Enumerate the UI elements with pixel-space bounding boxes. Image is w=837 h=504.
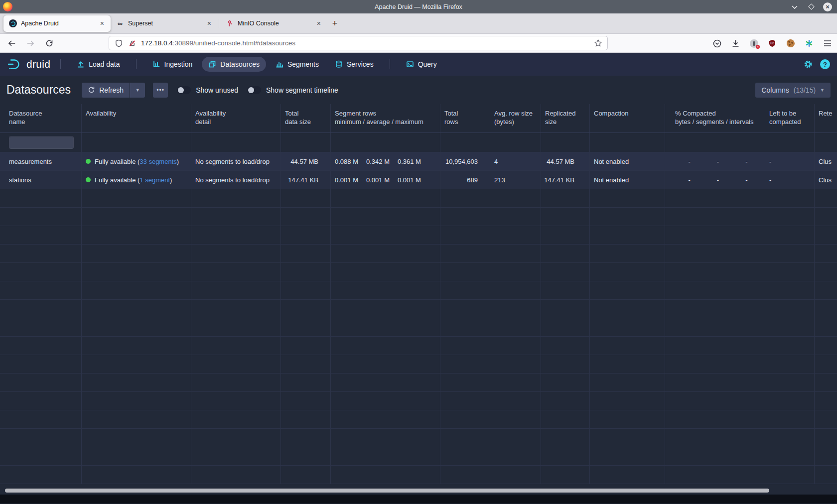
empty-cell [331,374,440,391]
horizontal-scrollbar[interactable] [5,489,769,493]
empty-cell [331,318,440,336]
hamburger-menu-icon[interactable] [823,39,832,48]
extension-disabled-icon[interactable]: × [749,39,758,48]
empty-cell [0,466,82,484]
empty-cell [665,189,765,207]
empty-cell [541,392,590,410]
show-segment-timeline-toggle[interactable] [247,86,261,94]
ublock-origin-icon[interactable]: UO [768,39,777,48]
nav-item-query[interactable]: Query [400,57,443,72]
nav-item-datasources[interactable]: Datasources [202,57,266,72]
downloads-icon[interactable] [731,39,740,48]
cell-compaction: Not enabled [590,152,665,170]
column-header-total-data-size[interactable]: Totaldata size [281,104,331,132]
nav-item-services[interactable]: Services [328,57,380,72]
insecure-lock-icon[interactable] [128,39,137,48]
empty-cell [281,410,331,428]
window-close-button[interactable]: × [823,2,832,11]
asterisk-extension-icon[interactable] [805,39,814,48]
empty-cell [331,466,440,484]
empty-cell [0,226,82,244]
cell-availability-detail: No segments to load/drop [191,152,281,170]
new-tab-button[interactable]: + [327,16,342,31]
empty-row [0,263,837,281]
nav-item-ingestion[interactable]: Ingestion [146,57,199,72]
empty-cell [191,226,281,244]
tab-minio-console[interactable]: MinIO Console × [220,15,327,32]
column-header-compaction[interactable]: Compaction [590,104,665,132]
empty-row [0,410,837,429]
bookmark-star-icon[interactable] [593,39,602,48]
window-maximize-button[interactable] [807,2,816,11]
window-minimize-button[interactable] [790,2,799,11]
empty-cell [281,466,331,484]
empty-cell [541,318,590,336]
refresh-dropdown-button[interactable]: ▼ [130,83,145,98]
cookie-extension-icon[interactable] [786,39,795,48]
empty-cell [281,337,331,355]
tab-superset[interactable]: ∞ Superset × [111,15,218,32]
empty-cell [541,447,590,465]
tab-close-icon[interactable]: × [99,19,106,27]
tab-apache-druid[interactable]: Apache Druid × [3,15,111,32]
column-header-retention[interactable]: Rete [815,104,837,132]
filter-cell [82,133,191,152]
more-actions-button[interactable]: ••• [153,83,168,98]
column-header-replicated-size[interactable]: Replicatedsize [541,104,590,132]
pocket-icon[interactable] [712,39,721,48]
empty-cell [541,300,590,318]
empty-cell [765,392,815,410]
tab-close-icon[interactable]: × [315,19,322,27]
nav-item-load-data[interactable]: Load data [70,57,126,72]
column-header-name[interactable]: Datasourcename [0,104,82,132]
refresh-button[interactable]: Refresh [82,83,130,98]
column-header-availability-detail[interactable]: Availabilitydetail [191,104,281,132]
empty-cell [440,281,490,299]
datasource-name-filter-input[interactable] [9,136,74,149]
url-bar[interactable]: 172.18.0.4:30899/unified-console.html#da… [109,36,608,50]
cell-total-data-size: 44.57 MB [281,152,331,170]
tab-close-icon[interactable]: × [206,19,213,27]
column-header-total-rows[interactable]: Totalrows [440,104,490,132]
druid-logo[interactable]: druid [7,58,50,71]
empty-cell [765,447,815,465]
nav-separator [60,59,61,69]
empty-cell [82,263,191,281]
tab-label: Superset [128,20,202,27]
column-header-availability[interactable]: Availability [82,104,191,132]
cell-segment-rows: 0.088 M0.342 M0.361 M [331,152,440,170]
empty-cell [490,355,541,373]
forward-button[interactable] [26,39,35,48]
availability-dot [86,159,91,164]
empty-cell [331,189,440,207]
filter-cell [815,133,837,152]
empty-cell [331,447,440,465]
columns-button[interactable]: Columns (13/15) ▼ [755,83,831,98]
column-header-avg-row-size[interactable]: Avg. row size(bytes) [490,104,541,132]
filter-cell [490,133,541,152]
empty-cell [815,392,837,410]
settings-gear-icon[interactable] [804,60,813,69]
refresh-label: Refresh [99,86,124,94]
empty-cell [665,281,765,299]
empty-cell [590,374,665,391]
back-button[interactable] [7,39,16,48]
empty-cell [281,318,331,336]
empty-row [0,300,837,318]
reload-button[interactable] [45,39,54,48]
segments-link[interactable]: 33 segments [140,158,176,165]
cell-compaction: Not enabled [590,171,665,189]
empty-cell [440,392,490,410]
empty-cell [765,374,815,391]
empty-cell [331,281,440,299]
column-header-percent-compacted[interactable]: % Compactedbytes / segments / intervals [665,104,765,132]
column-header-left-to-be-compacted[interactable]: Left to becompacted [765,104,815,132]
help-icon[interactable]: ? [820,59,830,69]
cell-total-data-size: 147.41 KB [281,171,331,189]
empty-cell [815,410,837,428]
segments-link[interactable]: 1 segment [140,176,170,184]
tracking-shield-icon[interactable] [114,39,123,48]
column-header-segment-rows[interactable]: Segment rowsminimum / average / maximum [331,104,440,132]
show-unused-toggle[interactable] [177,86,191,94]
nav-item-segments[interactable]: Segments [269,57,325,72]
